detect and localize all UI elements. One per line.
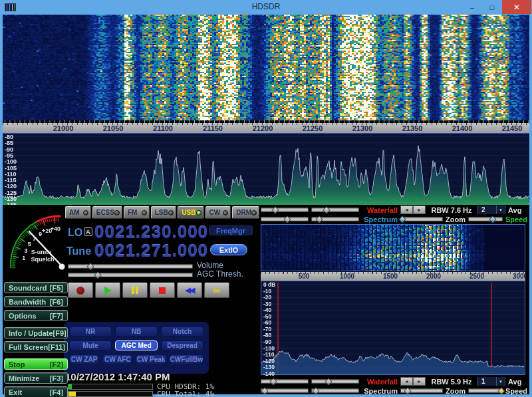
dsp-button-cw-zap[interactable]: CW ZAP — [69, 354, 99, 364]
dsp-button-nb[interactable]: NB — [115, 327, 158, 336]
rx-db-tick-label: -110 — [263, 352, 275, 358]
mode-led-icon — [83, 210, 88, 215]
stop-button[interactable]: Stop[F2] — [4, 358, 68, 370]
rx-waterfall[interactable] — [261, 225, 525, 271]
lo-label: LO — [68, 227, 82, 239]
waterfall-brightness-slider-top[interactable] — [261, 207, 309, 212]
dropdown-arrow-icon[interactable]: ▼ — [496, 377, 505, 386]
bandwidth-button[interactable]: Bandwidth[F6] — [4, 296, 68, 307]
dsp-button-nr[interactable]: NR — [69, 327, 112, 336]
waterfall-right-arrow-button-top[interactable]: ► — [413, 205, 426, 214]
pause-button[interactable] — [122, 283, 148, 298]
full-screen-button[interactable]: Full Screen[F11] — [4, 341, 68, 352]
playback-controls: ◀◀∞ — [68, 283, 229, 298]
info-update-button[interactable]: Info / Update[F9] — [4, 327, 68, 338]
mode-button-cw[interactable]: CW — [205, 206, 231, 219]
cpu-total-label: CPU Total: 4% — [157, 390, 214, 397]
main-spectrum[interactable]: -80-85-90-95-100-105-110-115-120-125-130… — [3, 133, 529, 205]
avg-dropdown-top[interactable]: 2 ▼ — [477, 205, 505, 214]
waterfall-spinner-top: ◄ ► — [400, 205, 426, 214]
loop-icon: ∞ — [213, 287, 220, 294]
waterfall-left-arrow-button-top[interactable]: ◄ — [400, 205, 413, 214]
cpu-hdsdr-bar — [68, 384, 153, 390]
mode-led-icon — [223, 210, 228, 215]
mode-button-usb[interactable]: USB — [178, 206, 203, 219]
minimize-window-button[interactable]: – — [462, 0, 482, 14]
mode-button-label: CW — [209, 209, 221, 216]
mode-button-lsb[interactable]: LSB — [151, 206, 177, 219]
mode-led-icon — [251, 210, 257, 215]
dsp-button-mute[interactable]: Mute — [69, 340, 112, 350]
rx-frequency-scale[interactable]: 50010001500200025003000 — [261, 272, 525, 281]
rx-spectrum[interactable] — [261, 281, 525, 374]
dsp-button-despread[interactable]: Despread — [161, 340, 203, 350]
lo-frequency-display[interactable]: 0021.230.000 — [94, 222, 208, 243]
volume-slider[interactable] — [68, 264, 193, 269]
main-waterfall[interactable] — [3, 15, 529, 123]
spectrum-min-slider-top[interactable] — [261, 217, 309, 221]
dsp-button-cw-afc[interactable]: CW AFC — [102, 354, 132, 364]
loop-button[interactable]: ∞ — [204, 283, 229, 298]
mode-button-label: AM — [69, 209, 80, 216]
rewind-button[interactable]: ◀◀ — [177, 283, 202, 298]
mode-button-fm[interactable]: FM — [124, 206, 150, 219]
rx-waterfall-box — [261, 224, 525, 271]
tune-frequency-display[interactable]: 0021.271.000 — [94, 241, 208, 261]
rx-db-tick-label: -40 — [263, 307, 271, 313]
rx-db-tick-label: -130 — [263, 364, 275, 370]
dropdown-arrow-icon[interactable]: ▼ — [496, 205, 505, 214]
speed-slider-bottom[interactable] — [468, 388, 503, 393]
spectrum-min-slider-bottom[interactable] — [261, 388, 309, 393]
dsp-button-agc-med[interactable]: AGC Med — [115, 340, 158, 350]
mode-button-ecss[interactable]: ECSS — [92, 206, 122, 219]
mode-button-am[interactable]: AM — [65, 206, 91, 219]
zoom-slider-bottom[interactable] — [400, 388, 443, 393]
waterfall-brightness-slider-bottom[interactable] — [261, 379, 309, 384]
speed-slider-top[interactable] — [468, 217, 503, 221]
rx-frequency-tick-label: 500 — [299, 273, 310, 280]
frequency-tick-label: 21450 — [502, 124, 523, 132]
stop-playback-button[interactable] — [150, 283, 175, 298]
mode-button-label: DRM — [236, 209, 251, 216]
options-button[interactable]: Options[F7] — [4, 310, 68, 321]
control-panel: AMECSSFMLSBUSBCWDRM LO A 0021.230.000 Fr… — [3, 205, 259, 394]
record-button[interactable] — [68, 283, 93, 298]
lo-lock-badge[interactable]: A — [84, 227, 92, 236]
rx-frequency-tick-label: 3000 — [513, 273, 525, 280]
s-meter[interactable] — [4, 206, 68, 281]
zoom-slider-top[interactable] — [400, 217, 443, 221]
spectrum-max-slider-bottom[interactable] — [311, 388, 359, 393]
dsp-button-cwfullbw[interactable]: CWFullBw — [170, 354, 203, 364]
button-fkey: [F7] — [50, 312, 63, 320]
dsp-button-notch[interactable]: Notch — [161, 327, 203, 336]
main-frequency-scale[interactable]: 2100021050211002115021200212502130021350… — [3, 123, 529, 133]
titlebar[interactable]: HDSDR – □ ✕ — [0, 0, 532, 15]
avg-dropdown-bottom[interactable]: 1 ▼ — [477, 377, 505, 386]
mode-button-drm[interactable]: DRM — [232, 206, 259, 219]
datetime-display: 10/27/2012 1:47:40 PM — [65, 371, 170, 382]
mode-led-icon — [142, 210, 147, 215]
waterfall-left-arrow-button-bottom[interactable]: ◄ — [400, 377, 413, 386]
waterfall-contrast-slider-top[interactable] — [311, 207, 359, 212]
frequency-tick-label: 21300 — [352, 124, 373, 132]
frequency-tick-label: 21400 — [452, 124, 473, 132]
close-window-button[interactable]: ✕ — [502, 0, 531, 14]
waterfall-label-top: Waterfall — [362, 206, 398, 214]
minimize-button[interactable]: Minimize[F3] — [4, 372, 68, 384]
agc-threshold-slider[interactable] — [68, 273, 193, 277]
waterfall-right-arrow-button-bottom[interactable]: ► — [413, 377, 426, 386]
extio-button[interactable]: ExtIO — [210, 244, 247, 255]
dsp-button-cw-peak[interactable]: CW Peak — [136, 354, 166, 364]
rx-db-tick-label: -60 — [263, 320, 271, 326]
avg-label-bottom: Avg — [508, 378, 521, 386]
waterfall-contrast-slider-bottom[interactable] — [311, 379, 359, 384]
maximize-window-button[interactable]: □ — [482, 0, 502, 14]
frequency-tick-label: 21250 — [303, 124, 323, 132]
spectrum-max-slider-top[interactable] — [311, 217, 359, 221]
play-button[interactable] — [95, 283, 120, 298]
rx-frequency-tick-label: 2000 — [426, 273, 441, 280]
exit-button[interactable]: Exit[F4] — [4, 386, 68, 397]
soundcard-button[interactable]: Soundcard[F5] — [4, 282, 68, 293]
freqmgr-button[interactable]: FreqMgr — [209, 225, 253, 235]
rx-db-tick-label: -20 — [263, 295, 271, 301]
